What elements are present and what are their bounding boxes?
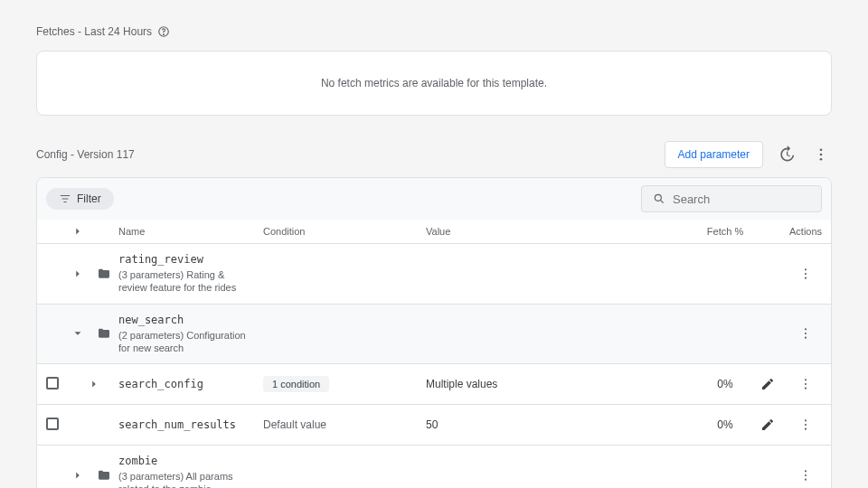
- folder-icon: [97, 267, 111, 281]
- add-parameter-button[interactable]: Add parameter: [665, 141, 763, 168]
- svg-point-8: [805, 273, 807, 275]
- svg-point-13: [805, 379, 807, 380]
- more-vert-icon[interactable]: [795, 465, 816, 486]
- row-checkbox[interactable]: [46, 418, 59, 430]
- svg-point-3: [820, 154, 823, 156]
- condition-chip[interactable]: 1 condition: [263, 376, 329, 392]
- col-value-header: Value: [426, 226, 693, 237]
- group-description: (2 parameters) Configuration for new sea…: [118, 329, 256, 355]
- folder-icon: [97, 468, 111, 483]
- param-row[interactable]: search_config 1 condition Multiple value…: [37, 364, 831, 405]
- svg-point-19: [805, 470, 807, 472]
- history-icon[interactable]: [776, 144, 797, 165]
- search-input[interactable]: [673, 192, 810, 206]
- help-icon[interactable]: [157, 25, 170, 38]
- more-vert-icon[interactable]: [810, 144, 832, 165]
- group-row[interactable]: rating_review (3 parameters) Rating & re…: [37, 244, 831, 305]
- chevron-right-icon[interactable]: [88, 378, 100, 390]
- group-description: (3 parameters) Rating & review feature f…: [118, 268, 256, 295]
- group-name: rating_review: [118, 253, 256, 266]
- search-box[interactable]: [641, 185, 822, 212]
- chevron-right-icon[interactable]: [71, 225, 84, 238]
- filter-button[interactable]: Filter: [46, 188, 114, 210]
- svg-point-21: [805, 479, 807, 481]
- svg-point-15: [805, 388, 807, 389]
- more-vert-icon[interactable]: [795, 373, 816, 395]
- fetches-empty-card: No fetch metrics are available for this …: [36, 51, 832, 116]
- edit-icon[interactable]: [757, 414, 778, 436]
- fetches-title: Fetches - Last 24 Hours: [36, 25, 152, 38]
- folder-icon: [97, 326, 111, 341]
- edit-icon[interactable]: [757, 373, 778, 395]
- config-table-card: Filter Name Condition Value Fetch % Acti…: [36, 177, 832, 488]
- param-name: search_config: [118, 378, 256, 390]
- param-condition: Default value: [263, 418, 426, 431]
- param-value: 50: [426, 418, 693, 431]
- svg-point-7: [805, 268, 807, 270]
- config-header: Config - Version 117 Add parameter: [36, 141, 832, 168]
- svg-point-10: [805, 329, 807, 331]
- filter-label: Filter: [77, 192, 101, 205]
- svg-point-2: [820, 148, 823, 151]
- table-toolbar: Filter: [37, 178, 831, 220]
- chevron-right-icon[interactable]: [71, 267, 84, 280]
- svg-point-17: [805, 424, 807, 426]
- table-header: Name Condition Value Fetch % Actions: [37, 220, 831, 244]
- chevron-right-icon[interactable]: [71, 469, 84, 482]
- fetches-header: Fetches - Last 24 Hours: [36, 25, 832, 38]
- group-name: zombie: [118, 455, 256, 467]
- row-checkbox[interactable]: [46, 377, 59, 389]
- more-vert-icon[interactable]: [795, 263, 816, 285]
- config-title: Config - Version 117: [36, 148, 135, 161]
- group-row[interactable]: zombie (3 parameters) All params related…: [37, 446, 831, 488]
- col-condition-header: Condition: [263, 226, 426, 237]
- group-name: new_search: [118, 314, 256, 326]
- param-fetch: 0%: [693, 418, 757, 431]
- more-vert-icon[interactable]: [795, 414, 816, 436]
- filter-icon: [59, 192, 71, 205]
- param-row[interactable]: search_num_results Default value 50 0%: [37, 405, 831, 446]
- search-icon: [653, 192, 665, 206]
- more-vert-icon[interactable]: [795, 323, 816, 344]
- svg-point-20: [805, 474, 807, 476]
- chevron-down-icon[interactable]: [71, 327, 84, 340]
- col-actions-header: Actions: [789, 226, 822, 237]
- svg-point-16: [805, 419, 807, 421]
- fetches-empty-message: No fetch metrics are available for this …: [321, 77, 547, 89]
- svg-point-12: [805, 337, 807, 339]
- svg-point-5: [655, 194, 661, 201]
- svg-point-9: [805, 277, 807, 278]
- svg-point-18: [805, 428, 807, 430]
- param-fetch: 0%: [693, 378, 757, 390]
- svg-line-6: [660, 200, 663, 202]
- svg-point-4: [820, 158, 823, 161]
- col-fetch-header: Fetch %: [693, 226, 757, 237]
- group-description: (3 parameters) All params related to the…: [118, 470, 256, 488]
- svg-point-14: [805, 383, 807, 385]
- svg-point-11: [805, 333, 807, 334]
- svg-point-1: [164, 34, 165, 35]
- param-name: search_num_results: [118, 418, 256, 431]
- param-value: Multiple values: [426, 378, 693, 390]
- col-name-header: Name: [118, 226, 263, 237]
- group-row[interactable]: new_search (2 parameters) Configuration …: [37, 305, 831, 365]
